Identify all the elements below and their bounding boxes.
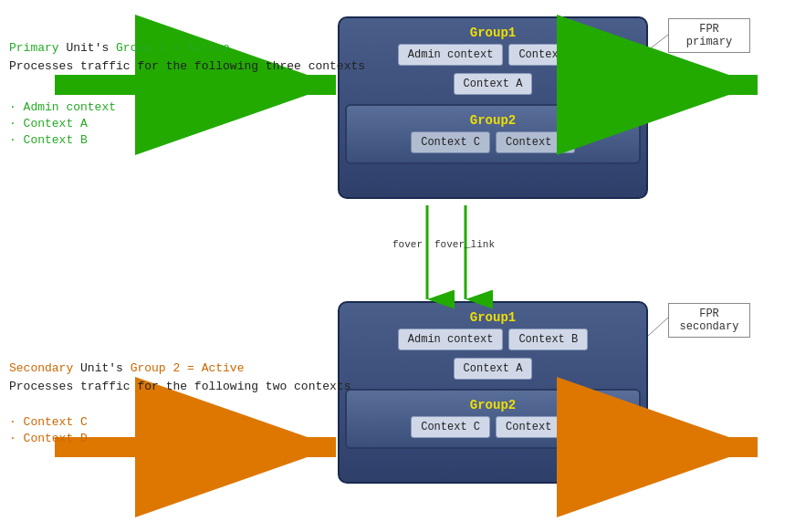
secondary-group1-row2: Context A — [347, 354, 639, 383]
secondary-context-c-bullet: · Context C — [9, 415, 88, 429]
primary-group1: Group1 Admin context Context B Context A — [340, 18, 646, 99]
secondary-group-word: Group 2 = Active — [131, 361, 245, 375]
primary-group2-label: Group2 — [347, 110, 639, 128]
primary-unit-word: Primary — [9, 41, 59, 55]
svg-line-0 — [648, 35, 668, 50]
fover-label: fover — [392, 239, 423, 250]
primary-context-admin-bullet: · Admin context — [9, 100, 116, 114]
primary-group-word: Group 1 = Active — [116, 41, 230, 55]
secondary-group2: Group2 Context C Context D — [345, 389, 641, 449]
primary-device: Group1 Admin context Context B Context A… — [338, 16, 648, 199]
primary-desc: Processes traffic for the following thre… — [9, 59, 365, 73]
primary-admin-context: Admin context — [398, 44, 504, 66]
secondary-context-c: Context C — [411, 416, 490, 438]
primary-group2-row1: Context C Context D — [347, 128, 639, 157]
secondary-group1: Group1 Admin context Context B Context A — [340, 303, 646, 383]
primary-group2: Group2 Context C Context D — [345, 104, 641, 164]
primary-context-b-bullet: · Context B — [9, 133, 88, 147]
primary-group1-label: Group1 — [347, 22, 639, 40]
primary-group1-row2: Context A — [347, 69, 639, 99]
primary-context-a-bullet: · Context A — [9, 117, 88, 130]
primary-context-d: Context D — [496, 131, 575, 153]
secondary-device: Group1 Admin context Context B Context A… — [338, 301, 648, 484]
primary-context-a: Context A — [454, 73, 533, 95]
secondary-context-a: Context A — [454, 358, 533, 380]
secondary-admin-context: Admin context — [398, 329, 504, 350]
secondary-group2-row1: Context C Context D — [347, 412, 639, 442]
secondary-desc: Processes traffic for the following two … — [9, 380, 350, 393]
primary-context-b: Context B — [508, 44, 588, 66]
secondary-group2-label: Group2 — [347, 394, 639, 412]
secondary-title: Secondary Unit's Group 2 = Active — [9, 361, 244, 375]
fover-link-label: fover_link — [434, 239, 495, 250]
secondary-context-d-bullet: · Context D — [9, 432, 88, 445]
secondary-group1-label: Group1 — [347, 307, 639, 325]
svg-line-1 — [648, 318, 668, 336]
primary-title: Primary Unit's Group 1 = Active — [9, 41, 230, 55]
secondary-unit-word: Secondary — [9, 361, 73, 375]
primary-context-c: Context C — [411, 131, 490, 153]
secondary-group1-row1: Admin context Context B — [347, 325, 639, 354]
secondary-context-d: Context D — [496, 416, 575, 438]
secondary-context-b: Context B — [508, 329, 588, 350]
primary-group1-row1: Admin context Context B — [347, 40, 639, 69]
